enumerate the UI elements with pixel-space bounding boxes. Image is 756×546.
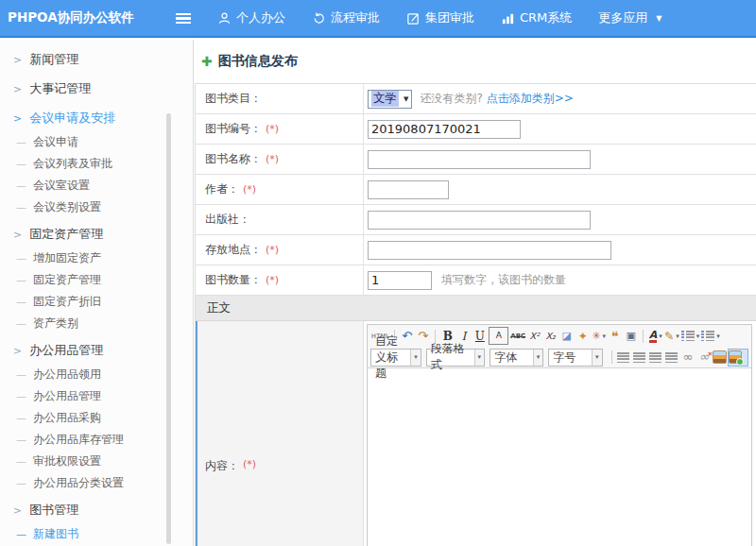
hamburger-menu-icon[interactable] xyxy=(176,13,191,24)
dash-icon: — xyxy=(16,179,26,192)
sidebar-item[interactable]: — 资产类别 xyxy=(0,313,193,334)
book-name-input[interactable] xyxy=(368,150,591,169)
pen-icon: ✎ xyxy=(664,330,674,343)
insert-image-icon xyxy=(729,350,742,364)
sidebar-item[interactable]: — 会议类别设置 xyxy=(0,196,193,218)
caret-down-icon: ▾ xyxy=(592,350,602,366)
caret-down-icon: ▾ xyxy=(676,333,679,340)
align-center-button[interactable] xyxy=(632,350,646,366)
blockquote-button[interactable]: ❝ xyxy=(608,328,622,344)
align-justify-button[interactable] xyxy=(664,350,679,366)
unordered-list-button[interactable]: ▾ xyxy=(701,328,720,344)
dash-icon: — xyxy=(16,317,26,330)
dash-icon: — xyxy=(16,296,26,308)
sidebar-item[interactable]: > 会议申请及安排 xyxy=(0,105,193,131)
caret-down-icon: ▾ xyxy=(696,333,700,340)
location-label: 存放地点： xyxy=(205,242,262,258)
author-input[interactable] xyxy=(368,180,449,199)
align-left-button[interactable] xyxy=(616,350,630,366)
sidebar-item[interactable]: — 会议列表及审批 xyxy=(0,153,193,175)
dash-icon: — xyxy=(16,158,26,170)
insert-link-button[interactable]: ∞ xyxy=(680,350,695,366)
dash-icon: — xyxy=(16,477,26,489)
font-background-button[interactable]: A xyxy=(489,327,508,345)
image-button[interactable] xyxy=(713,350,727,366)
rich-text-editor: HTML ↶ ↷ B I U A ABC X² X₂ ◪ ✦ xyxy=(367,324,752,546)
category-select[interactable]: 文学 ▼ xyxy=(368,90,412,109)
dash-icon: — xyxy=(16,434,26,446)
symbols-icon: ✳ xyxy=(592,330,600,342)
top-nav: 个人办公 流程审批 集团审批 CRM系统 更多应用 xyxy=(191,9,662,26)
clean-format-button[interactable]: ✦ xyxy=(576,328,590,344)
remove-link-button[interactable]: ∞✕ xyxy=(696,350,711,366)
sidebar-item[interactable]: — 增加固定资产 xyxy=(0,247,193,269)
align-right-button[interactable] xyxy=(648,350,662,366)
sidebar-item[interactable]: — 固定资产折旧 xyxy=(0,291,193,313)
eraser-button[interactable]: ◪ xyxy=(559,328,574,344)
special-symbols-button[interactable]: ✳▾ xyxy=(592,328,606,344)
add-category-link[interactable]: 点击添加类别>> xyxy=(487,91,574,107)
editor-content-area[interactable] xyxy=(368,368,751,546)
sidebar-item[interactable]: > 固定资产管理 xyxy=(0,221,193,247)
sidebar-item[interactable]: — 会议室设置 xyxy=(0,175,193,196)
menu-group-approval[interactable]: 集团审批 xyxy=(406,9,474,26)
publisher-label: 出版社： xyxy=(205,212,250,228)
caret-down-icon: ▾ xyxy=(716,333,720,340)
clipboard-icon: ▣ xyxy=(626,330,635,342)
required-mark: (*) xyxy=(266,244,279,256)
editor-toolbar-row2: 自定义标题▾ 段落格式▾ 字体▾ 字号▾ ∞ ∞✕ xyxy=(368,347,751,368)
sidebar-item[interactable]: — 办公用品库存管理 xyxy=(0,429,193,451)
highlight-pen-button[interactable]: ✎▾ xyxy=(664,328,679,344)
unordered-list-icon xyxy=(701,331,714,341)
publisher-input[interactable] xyxy=(368,211,591,230)
font-color-button[interactable]: A▾ xyxy=(648,328,662,344)
paste-text-button[interactable]: ▣ xyxy=(624,328,638,344)
separator xyxy=(643,330,644,343)
menu-crm-system[interactable]: CRM系统 xyxy=(501,9,572,26)
menu-personal-office[interactable]: 个人办公 xyxy=(217,9,285,26)
form-row-code: 图书编号： (*) xyxy=(196,114,756,145)
body-section-header: 正文 xyxy=(196,296,756,321)
form-row-name: 图书名称： (*) xyxy=(196,145,756,175)
paragraph-format-select[interactable]: 段落格式▾ xyxy=(426,349,485,367)
ordered-list-button[interactable]: ▾ xyxy=(681,328,700,344)
sidebar-item[interactable]: — 办公用品管理 xyxy=(0,385,193,407)
book-code-input[interactable] xyxy=(368,120,521,139)
sidebar-item[interactable]: > 新闻管理 xyxy=(0,46,193,73)
align-right-icon xyxy=(649,352,662,363)
separator xyxy=(611,350,612,364)
superscript-button[interactable]: X² xyxy=(527,328,541,344)
font-family-select[interactable]: 字体▾ xyxy=(490,349,543,367)
heading-style-select[interactable]: 自定义标题▾ xyxy=(370,349,421,367)
sidebar-item[interactable]: > 办公用品管理 xyxy=(0,337,193,364)
sidebar-item[interactable]: — 固定资产管理 xyxy=(0,269,193,291)
underline-button[interactable]: U xyxy=(472,328,487,344)
sidebar-nav: > 新闻管理 > 大事记管理 > 会议申请及安排 — 会议申请 — 会议列表及审… xyxy=(0,46,193,546)
redo-button[interactable]: ↷ xyxy=(416,328,430,344)
form-row-author: 作者： (*) xyxy=(196,175,756,205)
required-mark: (*) xyxy=(266,123,279,135)
strikethrough-button[interactable]: ABC xyxy=(510,328,525,344)
caret-down-icon: ▾ xyxy=(474,350,485,366)
sidebar-item[interactable]: — 会议申请 xyxy=(0,131,193,153)
no-category-hint: 还没有类别? xyxy=(420,91,482,107)
sidebar-item[interactable]: > 图书管理 xyxy=(0,497,193,523)
ordered-list-icon xyxy=(681,331,695,341)
dash-icon: — xyxy=(16,412,26,424)
author-label: 作者： xyxy=(205,181,239,197)
sidebar-item[interactable]: — 办公用品采购 xyxy=(0,407,193,429)
sidebar-item[interactable]: — 办公用品领用 xyxy=(0,364,193,385)
sidebar-item[interactable]: — 新建图书 xyxy=(0,523,193,545)
font-size-select[interactable]: 字号▾ xyxy=(548,349,602,367)
sidebar-scrollbar[interactable] xyxy=(166,113,171,544)
menu-workflow-approval[interactable]: 流程审批 xyxy=(312,9,380,26)
quantity-input[interactable] xyxy=(368,271,432,290)
insert-image-button[interactable] xyxy=(729,350,747,366)
subscript-button[interactable]: X₂ xyxy=(543,328,558,344)
dash-icon: — xyxy=(16,368,26,381)
sidebar-item[interactable]: — 审批权限设置 xyxy=(0,451,193,472)
location-input[interactable] xyxy=(368,241,611,260)
sidebar-item[interactable]: > 大事记管理 xyxy=(0,76,193,102)
sidebar-item[interactable]: — 办公用品分类设置 xyxy=(0,472,193,494)
menu-more-apps[interactable]: 更多应用 ▼ xyxy=(598,9,662,26)
